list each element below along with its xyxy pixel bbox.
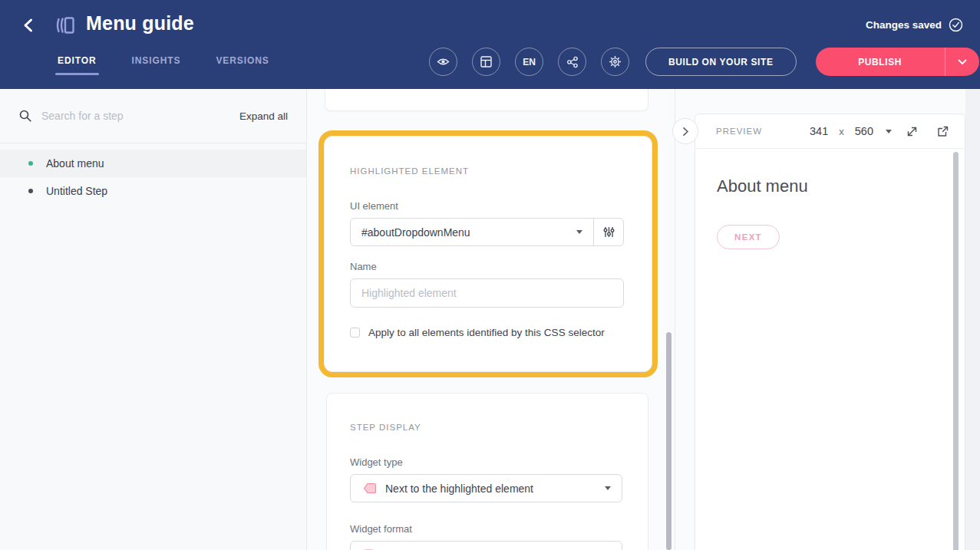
step-list: About menu Untitled Step <box>0 143 306 205</box>
top-navbar: Menu guide Changes saved EDITOR INSIGHTS… <box>0 0 980 89</box>
step-status-dot <box>28 161 33 166</box>
widget-format-label: Widget format <box>350 523 622 535</box>
step-item-untitled-step[interactable]: Untitled Step <box>0 177 306 205</box>
language-badge: EN <box>523 57 536 68</box>
navbar-actions: EN BUILD ON YOUR <box>429 48 979 76</box>
publish-dropdown-toggle[interactable] <box>945 48 979 76</box>
language-button[interactable]: EN <box>515 48 543 76</box>
widget-type-select[interactable]: Next to the highlighted element <box>350 474 622 502</box>
preview-scrollbar[interactable] <box>953 152 959 550</box>
app-logo-icon <box>53 13 78 38</box>
widget-format-select[interactable]: Light <box>350 541 622 550</box>
widget-type-label: Widget type <box>350 456 622 468</box>
apply-to-all-row: Apply to all elements identified by this… <box>350 327 624 338</box>
ui-element-settings-button[interactable] <box>593 219 623 245</box>
chevron-right-icon <box>682 127 689 137</box>
sidebar-search-row: Expand all <box>0 89 306 143</box>
preview-width-value: 341 <box>810 125 828 137</box>
external-link-icon <box>936 125 949 138</box>
apply-to-all-label: Apply to all elements identified by this… <box>368 327 605 338</box>
layout-icon <box>480 55 493 68</box>
editor-scrollbar[interactable] <box>666 332 671 550</box>
highlighted-element-focus-ring: HIGHLIGHTED ELEMENT UI element #aboutDro… <box>318 130 658 377</box>
widget-type-value: Next to the highlighted element <box>385 482 597 495</box>
preview-eye-button[interactable] <box>429 48 457 76</box>
open-external-button[interactable] <box>936 125 949 138</box>
ui-element-value: #aboutDropdownMenu <box>361 226 569 239</box>
editor-tabs: EDITOR INSIGHTS VERSIONS <box>58 55 269 75</box>
page-title: Menu guide <box>86 12 194 35</box>
name-label: Name <box>350 261 624 272</box>
tab-insights[interactable]: INSIGHTS <box>132 55 181 75</box>
step-label: About menu <box>46 157 104 170</box>
check-circle-icon <box>949 18 963 32</box>
tab-versions[interactable]: VERSIONS <box>216 55 269 75</box>
gear-icon <box>608 54 622 69</box>
preview-header-actions <box>906 125 949 138</box>
right-margin <box>965 89 980 550</box>
sliders-icon <box>602 226 615 239</box>
step-status-dot <box>28 189 33 193</box>
ui-element-select[interactable]: #aboutDropdownMenu <box>351 219 593 245</box>
preview-height-value: 560 <box>855 125 873 137</box>
publish-split-button[interactable]: PUBLISH <box>816 48 979 76</box>
step-item-about-menu[interactable]: About menu <box>0 150 306 177</box>
step-display-card: STEP DISPLAY Widget type Next to the hig… <box>326 393 648 550</box>
preview-size-select[interactable]: 341 x 560 <box>810 125 892 137</box>
expand-diagonal-icon <box>906 125 919 138</box>
preview-title: PREVIEW <box>716 127 762 136</box>
build-on-your-site-button[interactable]: BUILD ON YOUR SITE <box>645 48 797 76</box>
preview-header: PREVIEW 341 x 560 <box>695 114 965 149</box>
page-body: Expand all About menu Untitled Step HIGH… <box>0 89 980 550</box>
share-button[interactable] <box>558 48 586 76</box>
share-icon <box>566 55 579 69</box>
back-button[interactable] <box>18 15 40 36</box>
chevron-down-icon <box>958 59 967 65</box>
section-title: HIGHLIGHTED ELEMENT <box>350 166 624 176</box>
preview-next-button[interactable]: NEXT <box>717 225 780 249</box>
preview-content: About menu NEXT <box>695 149 965 249</box>
step-settings-panel: HIGHLIGHTED ELEMENT UI element #aboutDro… <box>307 89 675 550</box>
highlighted-element-card: HIGHLIGHTED ELEMENT UI element #aboutDro… <box>324 136 652 372</box>
tooltip-callout-icon <box>361 481 378 496</box>
section-title: STEP DISPLAY <box>350 423 622 432</box>
changes-saved-label: Changes saved <box>866 19 942 31</box>
expand-all-link[interactable]: Expand all <box>239 110 288 122</box>
steps-sidebar: Expand all About menu Untitled Step <box>0 89 307 550</box>
preview-panel: PREVIEW 341 x 560 <box>695 114 965 550</box>
fullscreen-button[interactable] <box>906 125 919 138</box>
chevron-left-icon <box>18 15 40 36</box>
chevron-down-icon <box>886 130 892 133</box>
publish-button[interactable]: PUBLISH <box>816 57 945 68</box>
ui-element-label: UI element <box>350 200 624 212</box>
eye-icon <box>436 54 450 69</box>
collapse-preview-button[interactable] <box>672 118 698 144</box>
changes-saved-status: Changes saved <box>866 18 963 32</box>
ui-element-select-row: #aboutDropdownMenu <box>350 218 624 246</box>
layout-button[interactable] <box>472 48 500 76</box>
tab-editor[interactable]: EDITOR <box>58 55 97 75</box>
previous-settings-card <box>325 89 648 111</box>
search-icon <box>18 109 32 123</box>
settings-button[interactable] <box>601 48 629 76</box>
preview-size-separator: x <box>839 126 844 137</box>
highlighted-element-name-input[interactable] <box>350 278 624 308</box>
search-step-input[interactable] <box>41 110 172 122</box>
apply-to-all-checkbox[interactable] <box>350 328 360 338</box>
chevron-down-icon <box>576 230 582 234</box>
step-label: Untitled Step <box>46 185 107 197</box>
search-box[interactable] <box>18 109 239 123</box>
chevron-down-icon <box>605 486 611 490</box>
preview-step-title: About menu <box>717 176 943 196</box>
